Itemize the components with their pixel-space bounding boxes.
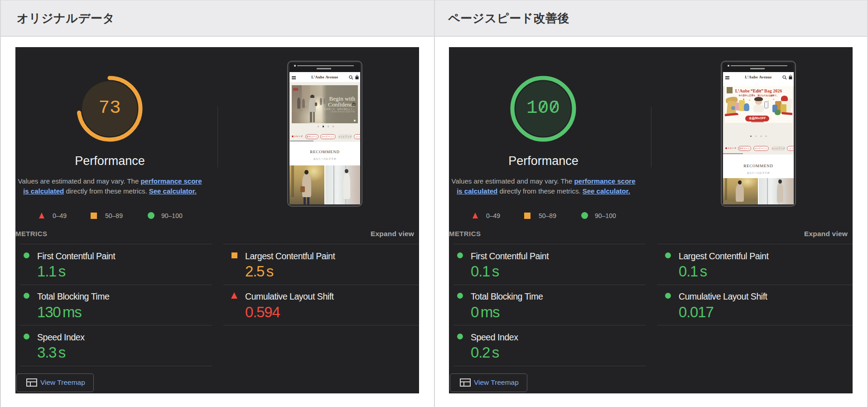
svg-text:73: 73	[98, 97, 121, 118]
